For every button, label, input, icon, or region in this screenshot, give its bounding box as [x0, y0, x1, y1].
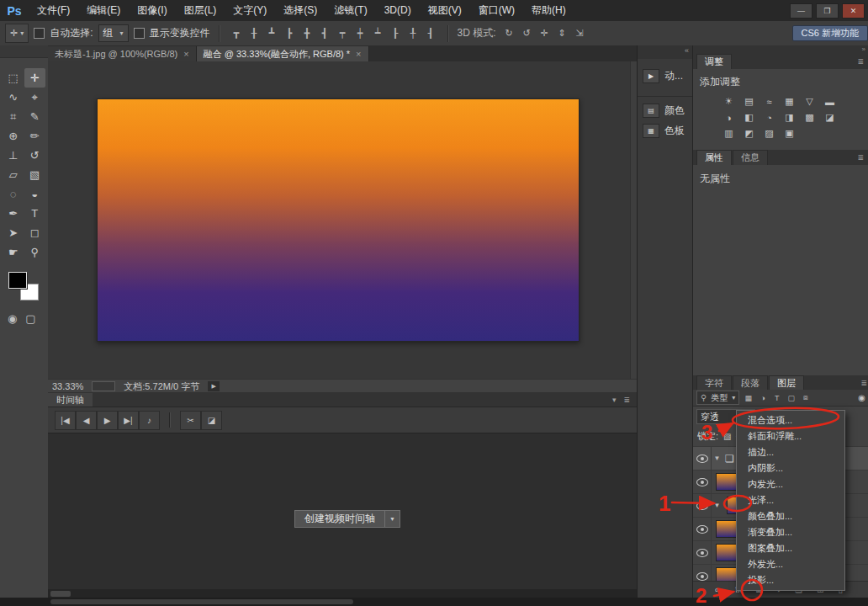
show-transform-checkbox[interactable] [134, 28, 145, 39]
play-button[interactable]: ▶ [97, 411, 118, 430]
brush-tool[interactable]: ✏ [24, 126, 46, 146]
layer-style-menu-item[interactable]: 混合选项... [737, 412, 844, 428]
menu-item[interactable]: 滤镜(T) [326, 0, 375, 21]
menu-item[interactable]: 选择(S) [275, 0, 326, 21]
minimize-button[interactable]: — [790, 3, 812, 19]
document-tab[interactable]: 融合 @ 33.33%(融合动作, RGB/8) *× [197, 46, 369, 61]
color-lookup-adjustment[interactable]: ▩ [801, 111, 818, 124]
eyedropper-tool[interactable]: ✎ [24, 107, 46, 126]
history-brush-tool[interactable]: ↺ [24, 146, 46, 165]
transition-button[interactable]: ◪ [201, 411, 222, 430]
3d-slide-icon[interactable]: ⇕ [554, 25, 570, 41]
tool-preset-picker[interactable]: ✛ ▾ [5, 24, 29, 43]
layer-style-menu-item[interactable]: 斜面和浮雕... [737, 428, 844, 444]
photo-filter-adjustment[interactable]: ◔ [760, 111, 778, 124]
filter-smart-objects-icon[interactable]: ⧈ [799, 391, 812, 404]
levels-adjustment[interactable]: ▤ [740, 95, 758, 108]
distribute-vertical-centers-icon[interactable]: ┿ [352, 25, 368, 41]
shape-tool[interactable]: ◻ [24, 223, 46, 242]
move-tool[interactable]: ✛ [24, 68, 46, 88]
link-layers-icon[interactable]: ∞ [715, 582, 721, 598]
selective-color-adjustment[interactable]: ▣ [781, 127, 798, 140]
filter-type-layers-icon[interactable]: T [770, 391, 783, 404]
layer-style-menu-item[interactable]: 图案叠加... [737, 540, 844, 556]
panel-tab[interactable]: 图层 [769, 375, 804, 391]
path-selection-tool[interactable]: ➤ [3, 223, 24, 242]
visibility-toggle[interactable] [693, 541, 712, 564]
layer-style-menu-item[interactable]: 投影... [737, 572, 844, 588]
3d-rotate-icon[interactable]: ↻ [501, 25, 517, 41]
tab-close-icon[interactable]: × [356, 49, 361, 59]
align-top-edges-icon[interactable]: ┳ [229, 25, 245, 41]
menu-item[interactable]: 编辑(E) [78, 0, 129, 21]
create-timeline-dropdown[interactable]: ▼ [385, 510, 400, 528]
menu-item[interactable]: 图像(I) [129, 0, 175, 21]
zoom-tool[interactable]: ⚲ [24, 242, 46, 262]
crop-tool[interactable]: ⌗ [3, 107, 24, 126]
close-button[interactable]: ✕ [842, 3, 865, 19]
visibility-toggle[interactable] [693, 494, 712, 517]
eraser-tool[interactable]: ▱ [3, 165, 24, 184]
threshold-adjustment[interactable]: ◩ [740, 127, 758, 140]
align-horizontal-centers-icon[interactable]: ╋ [299, 25, 315, 41]
menu-item[interactable]: 文件(F) [29, 0, 78, 21]
posterize-adjustment[interactable]: ▥ [720, 127, 738, 140]
expand-triangle-icon[interactable]: ▼ [712, 502, 722, 509]
3d-roll-icon[interactable]: ↺ [519, 25, 535, 41]
maximize-button[interactable]: ❐ [816, 3, 839, 19]
curves-adjustment[interactable]: ≈ [760, 95, 778, 108]
auto-select-dropdown[interactable]: 组 ▾ [98, 24, 129, 42]
previous-frame-button[interactable]: ◀ [76, 411, 97, 430]
layer-style-menu-item[interactable]: 颜色叠加... [737, 508, 844, 524]
horizontal-scrollbar-thumb[interactable] [50, 599, 353, 604]
hue-saturation-adjustment[interactable]: ▬ [821, 95, 839, 108]
panel-swatches[interactable]: ▦色板 [638, 120, 693, 141]
menu-item[interactable]: 文字(Y) [225, 0, 275, 21]
align-bottom-edges-icon[interactable]: ┻ [264, 25, 280, 41]
layer-style-menu-item[interactable]: 内发光... [737, 476, 844, 492]
color-balance-adjustment[interactable]: ◑ [720, 111, 738, 124]
tab-timeline[interactable]: 时间轴 [48, 393, 93, 407]
dodge-tool[interactable]: ◒ [24, 184, 46, 204]
document-tab[interactable]: 未标题-1.jpg @ 100%(RGB/8)× [48, 46, 197, 61]
spot-healing-brush-tool[interactable]: ⊕ [3, 126, 24, 146]
layer-style-menu-item[interactable]: 外发光... [737, 556, 844, 572]
tab-close-icon[interactable]: × [183, 49, 188, 59]
type-tool[interactable]: T [24, 204, 46, 223]
visibility-toggle[interactable] [693, 470, 712, 493]
screen-mode-icon[interactable]: ▢ [25, 312, 35, 325]
black-white-adjustment[interactable]: ◧ [740, 111, 758, 124]
distribute-left-edges-icon[interactable]: ┠ [388, 25, 404, 41]
menu-item[interactable]: 3D(D) [376, 0, 420, 21]
foreground-color-swatch[interactable] [8, 272, 27, 289]
hand-tool[interactable]: ☛ [3, 242, 24, 262]
layer-style-menu-item[interactable]: 描边... [737, 444, 844, 460]
collapse-panels-button[interactable]: » [693, 45, 868, 54]
gradient-map-adjustment[interactable]: ▨ [760, 127, 778, 140]
visibility-toggle[interactable] [693, 518, 712, 540]
panel-tab[interactable]: 属性 [696, 150, 732, 165]
toolbox-grip[interactable] [0, 45, 48, 58]
menu-item[interactable]: 帮助(H) [523, 0, 574, 21]
expand-triangle-icon[interactable]: ▼ [712, 454, 722, 462]
invert-adjustment[interactable]: ◪ [821, 111, 839, 124]
channel-mixer-adjustment[interactable]: ◨ [781, 111, 798, 124]
layer-filter-toggle[interactable]: ◉ [858, 393, 865, 402]
align-vertical-centers-icon[interactable]: ╂ [246, 25, 262, 41]
next-frame-button[interactable]: ▶| [118, 411, 139, 430]
3d-drag-icon[interactable]: ✛ [537, 25, 553, 41]
menu-item[interactable]: 视图(V) [420, 0, 470, 21]
menu-item[interactable]: 窗口(W) [470, 0, 523, 21]
scrollbar-thumb[interactable] [50, 591, 71, 597]
canvas-vertical-scrollbar[interactable] [630, 61, 637, 379]
blur-tool[interactable]: ◌ [3, 184, 24, 204]
canvas-image[interactable] [97, 98, 580, 342]
distribute-bottom-edges-icon[interactable]: ┷ [370, 25, 386, 41]
panel-menu-icon[interactable]: ≣ [852, 54, 868, 69]
distribute-top-edges-icon[interactable]: ┯ [335, 25, 351, 41]
gradient-tool[interactable]: ▧ [24, 165, 46, 184]
distribute-horizontal-centers-icon[interactable]: ╀ [405, 25, 421, 41]
panel-menu-icon[interactable]: ≣ [852, 150, 868, 165]
align-right-edges-icon[interactable]: ┫ [317, 25, 333, 41]
create-video-timeline-button[interactable]: 创建视频时间轴 [294, 510, 385, 528]
